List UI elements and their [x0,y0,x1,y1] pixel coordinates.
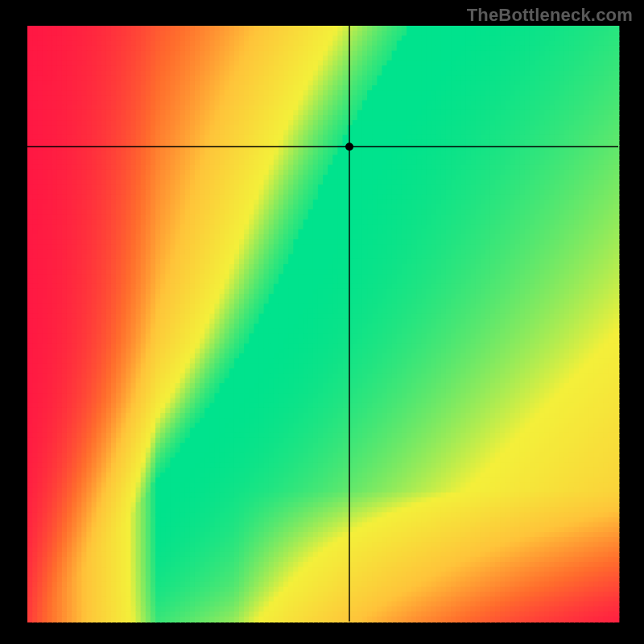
watermark-text: TheBottleneck.com [467,5,633,26]
chart-container: TheBottleneck.com [0,0,644,644]
crosshair-overlay [0,0,644,644]
